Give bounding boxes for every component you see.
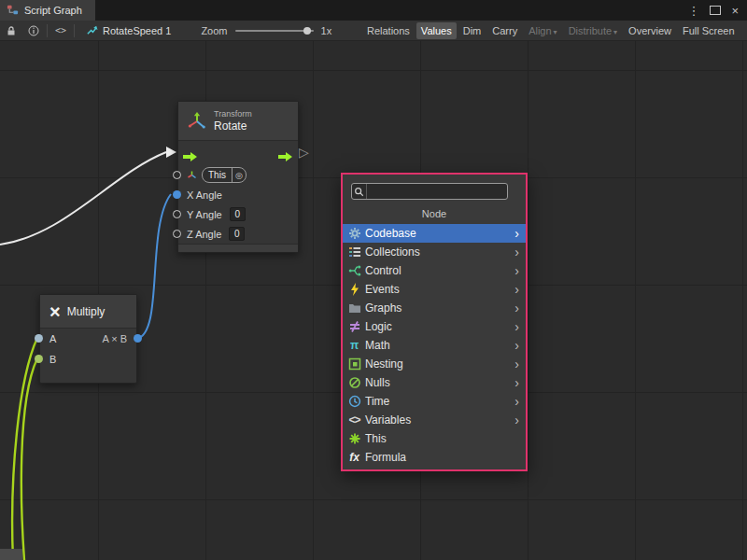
toolbar-button-overview[interactable]: Overview [624, 22, 676, 39]
finder-item-logic[interactable]: Logic› [343, 317, 526, 336]
toolbar-button-align[interactable]: Align▾ [524, 22, 561, 39]
this-object-field[interactable]: This ◎ [202, 167, 247, 183]
tab-title: Script Graph [24, 5, 82, 16]
toolbar-button-dim[interactable]: Dim [458, 22, 486, 39]
flow-input-port[interactable] [183, 148, 198, 165]
multiply-node-header[interactable]: × Multiply [40, 295, 136, 329]
finder-item-this[interactable]: This [343, 429, 526, 448]
toolbar-button-values[interactable]: Values [416, 22, 457, 39]
dropdown-arrow-icon: ▾ [613, 28, 617, 36]
finder-header: Node [343, 208, 526, 219]
input-b-label: B [49, 354, 56, 365]
graph-breadcrumb[interactable]: RotateSpeed 1 [86, 24, 171, 36]
zoom-slider[interactable] [235, 30, 314, 32]
finder-item-nesting[interactable]: Nesting› [343, 355, 526, 373]
zangle-label: Z Angle [187, 229, 221, 240]
chevron-right-icon: › [514, 264, 519, 277]
finder-item-control[interactable]: Control› [343, 261, 526, 280]
multiply-output-port[interactable] [134, 334, 142, 343]
finder-item-label: This [365, 432, 387, 445]
graph-unit-icon [86, 24, 98, 36]
finder-item-label: Graphs [365, 301, 402, 315]
toolbar-button-carry[interactable]: Carry [487, 22, 522, 39]
chevron-right-icon: › [514, 227, 519, 240]
tab-script-graph[interactable]: Script Graph [0, 0, 95, 21]
finder-item-label: Codebase [365, 227, 416, 240]
finder-item-codebase[interactable]: Codebase› [343, 224, 526, 243]
graph-unit-label: RotateSpeed 1 [103, 25, 171, 36]
yangle-input-port[interactable] [173, 210, 181, 218]
graph-canvas[interactable]: Transform Rotate This [0, 41, 747, 560]
multiply-a-row: A A × B [40, 329, 136, 349]
value-wire-multiply-to-xangle[interactable] [136, 194, 171, 339]
finder-item-math[interactable]: πMath› [343, 336, 526, 355]
chevron-right-icon: › [514, 376, 519, 389]
maximize-icon[interactable] [710, 6, 721, 15]
window-controls: ⋮ × [687, 0, 747, 21]
info-icon[interactable] [22, 21, 45, 41]
chevron-right-icon: › [514, 395, 519, 408]
yangle-value-field[interactable]: 0 [230, 207, 246, 221]
rotate-node-title: Rotate [214, 119, 252, 133]
this-input-port[interactable] [173, 171, 181, 179]
chevron-right-icon: › [514, 413, 519, 427]
null-icon [346, 376, 362, 389]
chevron-right-icon: › [514, 339, 519, 352]
lock-icon[interactable] [0, 21, 22, 41]
branch-icon [346, 264, 362, 277]
kebab-menu-icon[interactable]: ⋮ [687, 4, 699, 18]
clock-icon [346, 395, 362, 408]
fx-icon: fx [346, 451, 362, 464]
graph-toolbar: <> RotateSpeed 1 Zoom 1x RelationsValues… [0, 21, 747, 41]
node-rotate[interactable]: Transform Rotate This [177, 101, 299, 253]
finder-item-graphs[interactable]: Graphs› [343, 299, 526, 317]
object-picker-icon[interactable]: ◎ [232, 168, 246, 182]
close-icon[interactable]: × [731, 4, 739, 18]
multiply-node-footer [40, 370, 136, 383]
angle-brackets-icon: <> [346, 413, 362, 427]
finder-item-variables[interactable]: <>Variables› [343, 411, 526, 429]
search-icon [352, 184, 367, 199]
zangle-input-port[interactable] [173, 230, 181, 238]
multiply-b-row: B [40, 349, 136, 370]
lightning-icon [346, 283, 362, 296]
zangle-value-field[interactable]: 0 [229, 227, 245, 241]
flow-wire[interactable] [0, 152, 166, 245]
value-wire-to-a[interactable] [12, 338, 37, 560]
zoom-slider-handle[interactable] [303, 27, 311, 35]
chevron-right-icon: › [514, 301, 519, 315]
rotate-yangle-row: Y Angle 0 [178, 204, 298, 224]
folder-icon [346, 301, 362, 315]
chevron-right-icon: › [514, 283, 519, 296]
finder-item-label: Variables [365, 413, 411, 427]
input-a-port[interactable] [35, 334, 43, 343]
list-icon [346, 245, 362, 259]
finder-item-label: Control [365, 264, 402, 277]
chevron-right-icon: › [514, 320, 519, 333]
rotate-node-footer [178, 244, 298, 252]
finder-item-events[interactable]: Events› [343, 280, 526, 299]
code-toggle-icon[interactable]: <> [49, 21, 72, 41]
value-wire-to-b[interactable] [21, 358, 37, 560]
finder-item-label: Events [365, 283, 400, 296]
finder-item-formula[interactable]: fxFormula [343, 448, 526, 467]
unity-visual-scripting-window: Script Graph ⋮ × <> [0, 0, 747, 560]
finder-item-time[interactable]: Time› [343, 392, 526, 411]
rotate-this-row: This ◎ [178, 165, 298, 185]
rotate-node-header[interactable]: Transform Rotate [178, 102, 298, 141]
node-multiply[interactable]: × Multiply A A × B B [39, 294, 137, 384]
finder-item-collections[interactable]: Collections› [343, 243, 526, 261]
finder-search-input[interactable] [367, 184, 507, 199]
xangle-input-port[interactable] [173, 190, 181, 199]
flow-output-port[interactable] [278, 148, 293, 165]
zoom-label: Zoom [201, 25, 227, 36]
flow-wire-arrowhead [166, 147, 176, 158]
finder-item-nulls[interactable]: Nulls› [343, 373, 526, 392]
toolbar-button-distribute[interactable]: Distribute▾ [564, 22, 622, 39]
toolbar-button-relations[interactable]: Relations [362, 22, 415, 39]
zoom-value: 1x [321, 25, 332, 36]
toolbar-button-full-screen[interactable]: Full Screen [678, 22, 740, 39]
input-b-port[interactable] [35, 355, 43, 363]
finder-item-label: Collections [365, 245, 420, 259]
finder-search [351, 183, 508, 200]
